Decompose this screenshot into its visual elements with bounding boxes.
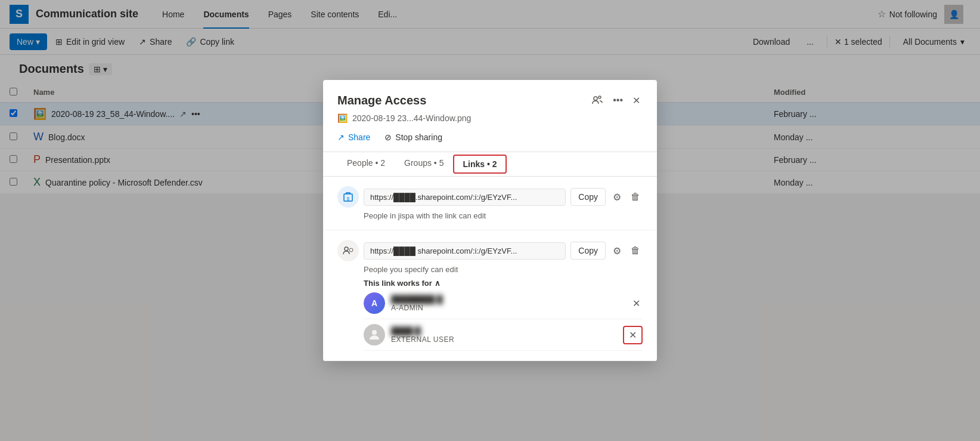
file-thumbnail-icon: 🖼️ — [337, 113, 348, 123]
user-row-admin: A ████████ █ A-Admin ✕ — [364, 288, 643, 319]
share-action-button[interactable]: ↗ Share — [337, 130, 370, 144]
svg-point-6 — [372, 330, 377, 335]
user-name-external: ████ █ — [391, 326, 617, 335]
link-section-2: https://████ sharepoint.com/:i:/g/EYzVF.… — [323, 230, 657, 361]
user-info-admin: ████████ █ A-Admin — [391, 295, 624, 312]
close-modal-button[interactable]: ✕ — [630, 92, 643, 109]
user-name-text-external: ████ █ — [391, 326, 421, 335]
person-icon — [367, 328, 382, 342]
modal-title: Manage Access — [337, 94, 426, 107]
org-link-icon — [337, 186, 359, 208]
modal-tabs: People • 2 Groups • 5 Links • 2 — [323, 152, 657, 177]
link-settings-button-2[interactable]: ⚙ — [610, 243, 624, 259]
modal-overlay: Manage Access ••• ✕ 🖼️ 2020-08-19 23...4… — [0, 0, 980, 441]
user-role-external: EXTERNAL USER — [391, 335, 617, 344]
svg-point-0 — [594, 97, 597, 100]
specific-people-icon — [342, 245, 354, 257]
link-url-1[interactable]: https://████.sharepoint.com/:i:/g/EYzVF.… — [364, 189, 566, 206]
stop-sharing-button[interactable]: ⊘ Stop sharing — [384, 130, 442, 144]
link-row-2: https://████ sharepoint.com/:i:/g/EYzVF.… — [337, 240, 643, 261]
user-avatar-external — [364, 324, 385, 346]
user-name-text-admin: ████████ █ — [391, 295, 443, 304]
link-settings-button-1[interactable]: ⚙ — [610, 189, 624, 205]
link-works-for-section: This link works for ∧ A ████████ █ A-Adm… — [337, 279, 643, 351]
user-avatar-admin: A — [364, 292, 385, 314]
link-row-1: https://████.sharepoint.com/:i:/g/EYzVF.… — [337, 186, 643, 208]
remove-user-admin-button[interactable]: ✕ — [630, 295, 643, 312]
chevron-up-icon: ∧ — [435, 279, 441, 288]
link-description-1: People in jispa with the link can edit — [337, 211, 643, 220]
link-section-1: https://████.sharepoint.com/:i:/g/EYzVF.… — [323, 177, 657, 230]
copy-button-1[interactable]: Copy — [570, 188, 606, 206]
more-options-button[interactable]: ••• — [610, 92, 625, 108]
copy-button-2[interactable]: Copy — [570, 242, 606, 260]
modal-header-actions: ••• ✕ — [589, 92, 643, 109]
tab-people[interactable]: People • 2 — [337, 152, 395, 177]
link-description-2: People you specify can edit — [337, 265, 643, 274]
modal-file-info: 🖼️ 2020-08-19 23...44-Window.png — [323, 109, 657, 130]
share-icon-action: ↗ — [337, 132, 345, 142]
link-url-2[interactable]: https://████ sharepoint.com/:i:/g/EYzVF.… — [364, 242, 566, 260]
svg-point-4 — [345, 247, 348, 251]
share-action-label: Share — [348, 132, 370, 142]
manage-access-modal: Manage Access ••• ✕ 🖼️ 2020-08-19 23...4… — [323, 80, 657, 361]
stop-sharing-icon: ⊘ — [384, 132, 392, 142]
specific-link-icon — [337, 240, 359, 261]
works-for-label[interactable]: This link works for ∧ — [364, 279, 643, 288]
svg-point-5 — [349, 248, 353, 252]
share-access-icon-button[interactable] — [589, 92, 606, 109]
building-icon — [342, 191, 354, 203]
stop-sharing-label: Stop sharing — [395, 132, 442, 142]
user-name-admin: ████████ █ — [391, 295, 624, 304]
svg-point-1 — [598, 96, 601, 98]
share-people-icon — [591, 94, 603, 106]
works-for-text: This link works for — [364, 279, 432, 288]
avatar-image-admin: A — [364, 292, 385, 314]
link-delete-button-2[interactable]: 🗑 — [628, 243, 643, 258]
tab-links[interactable]: Links • 2 — [453, 155, 506, 174]
modal-file-name: 2020-08-19 23...44-Window.png — [352, 113, 471, 123]
svg-rect-3 — [347, 197, 349, 201]
user-row-external: ████ █ EXTERNAL USER ✕ — [364, 319, 643, 351]
user-info-external: ████ █ EXTERNAL USER — [391, 326, 617, 344]
modal-actions: ↗ Share ⊘ Stop sharing — [323, 130, 657, 152]
tab-groups[interactable]: Groups • 5 — [395, 152, 453, 177]
modal-header: Manage Access ••• ✕ — [323, 80, 657, 109]
user-role-admin: A-Admin — [391, 304, 624, 312]
remove-user-external-button[interactable]: ✕ — [623, 326, 643, 344]
link-delete-button-1[interactable]: 🗑 — [628, 189, 643, 205]
